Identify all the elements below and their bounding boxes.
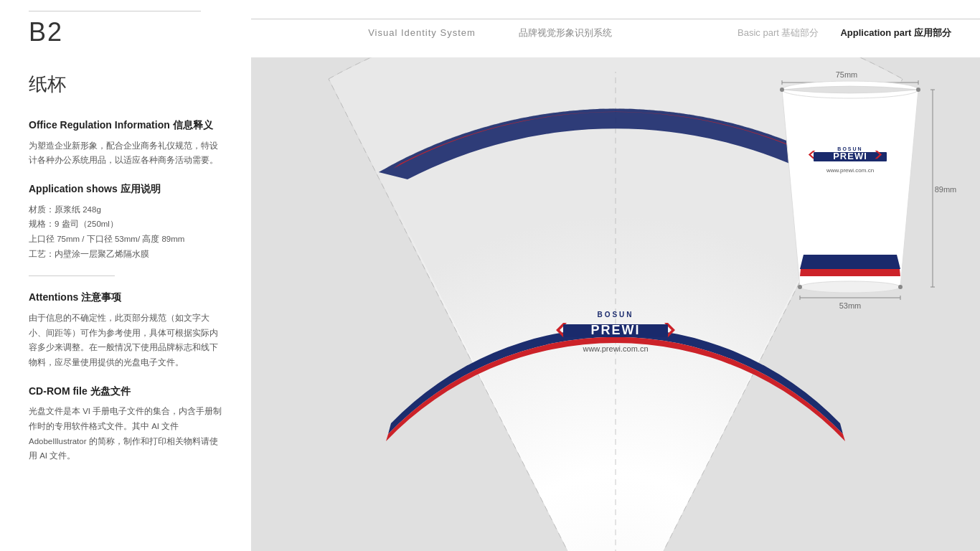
- content-area: BOSUN PREWI www.prewi.com.cn 75mm: [251, 57, 980, 551]
- vis-identity-title: Visual Identity System: [368, 27, 476, 38]
- svg-text:53mm: 53mm: [839, 301, 862, 310]
- svg-text:89mm: 89mm: [935, 185, 957, 194]
- section2-line3: 上口径 75mm / 下口径 53mm/ 高度 89mm: [29, 232, 222, 247]
- nav-basic: Basic part 基础部分: [738, 27, 819, 39]
- svg-point-30: [780, 88, 784, 92]
- section2-line4: 工艺：内壁涂一层聚乙烯隔水膜: [29, 247, 222, 262]
- header-center-titles: Visual Identity System 品牌视觉形象识别系统: [368, 27, 612, 39]
- header-left: B2: [0, 11, 251, 47]
- section2-line1: 材质：原浆纸 248g: [29, 202, 222, 217]
- main-content: 纸杯 Office Regulation Information 信息释义 为塑…: [0, 57, 980, 551]
- nav-application: Application part 应用部分: [840, 27, 951, 39]
- svg-text:75mm: 75mm: [836, 70, 858, 79]
- page-code: B2: [29, 17, 251, 47]
- section3-text: 由于信息的不确定性，此页部分规范（如文字大小、间距等）可作为参考使用，具体可根据…: [29, 311, 222, 370]
- svg-point-33: [898, 285, 903, 289]
- svg-text:www.prewi.com.cn: www.prewi.com.cn: [826, 167, 874, 174]
- svg-point-32: [798, 285, 802, 289]
- header-center: Visual Identity System 品牌视觉形象识别系统: [251, 19, 729, 39]
- header-divider-line: [29, 11, 201, 11]
- svg-point-31: [916, 88, 920, 92]
- header: B2 Visual Identity System 品牌视觉形象识别系统 Bas…: [0, 0, 980, 57]
- svg-point-23: [800, 281, 900, 293]
- svg-text:PREWI: PREWI: [833, 151, 867, 161]
- section1-heading: Office Regulation Information 信息释义: [29, 118, 222, 133]
- section4-text: 光盘文件是本 VI 手册电子文件的集合，内含手册制作时的专用软件格式文件。其中 …: [29, 404, 222, 463]
- section2-heading: Application shows 应用说明: [29, 182, 222, 197]
- svg-text:BOSUN: BOSUN: [597, 311, 633, 319]
- sidebar-title: 纸杯: [29, 72, 222, 97]
- section1-text: 为塑造企业新形象，配合企业商务礼仪规范，特设计各种办公系统用品，以适应各种商务活…: [29, 138, 222, 168]
- svg-text:www.prewi.com.cn: www.prewi.com.cn: [582, 344, 648, 353]
- section2-line2: 规格：9 盎司（250ml）: [29, 217, 222, 232]
- section2-text: 材质：原浆纸 248g 规格：9 盎司（250ml） 上口径 75mm / 下口…: [29, 202, 222, 262]
- sidebar-divider: [29, 276, 115, 276]
- header-nav: Basic part 基础部分 Application part 应用部分: [729, 19, 980, 39]
- section4-heading: CD-ROM file 光盘文件: [29, 385, 222, 399]
- vis-identity-cn: 品牌视觉形象识别系统: [519, 27, 612, 39]
- cup-design-svg: BOSUN PREWI www.prewi.com.cn 75mm: [251, 57, 980, 551]
- svg-text:PREWI: PREWI: [590, 323, 640, 337]
- section3-heading: Attentions 注意事项: [29, 291, 222, 305]
- sidebar: 纸杯 Office Regulation Information 信息释义 为塑…: [0, 57, 251, 551]
